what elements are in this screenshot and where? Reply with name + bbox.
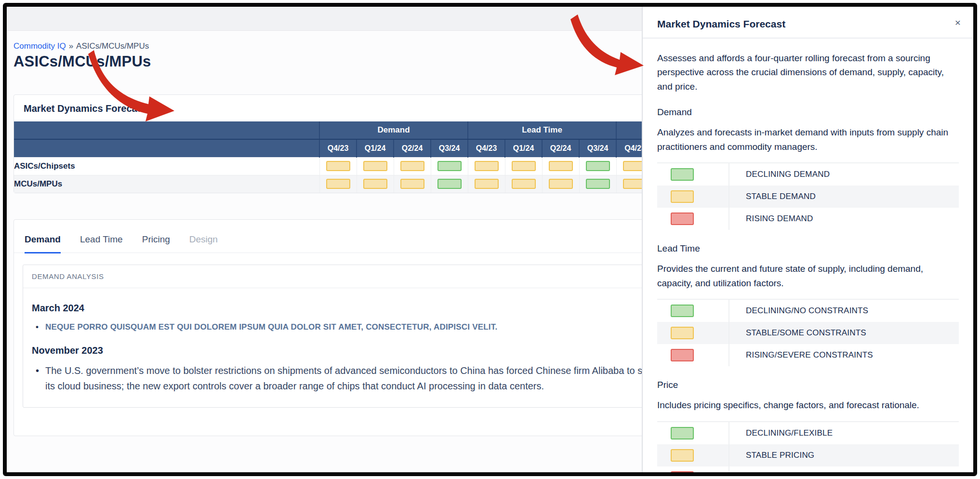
- legend-swatch-green: [671, 305, 694, 317]
- bullet-item: NEQUE PORRO QUISQUAM EST QUI DOLOREM IPS…: [32, 320, 680, 333]
- forecast-cell: [505, 157, 542, 175]
- row-label: ASICs/Chipsets: [14, 157, 319, 175]
- legend-table: DECLINING/NO CONSTRAINTSSTABLE/SOME CONS…: [657, 299, 959, 366]
- bullet-item: The U.S. government’s move to bolster re…: [32, 363, 680, 394]
- forecast-cell: [579, 157, 616, 175]
- demand-analysis-title: DEMAND ANALYSIS: [23, 265, 703, 288]
- status-pill-yellow: [363, 179, 387, 189]
- status-pill-yellow: [400, 161, 424, 171]
- forecast-quarter-header: Q4/23: [468, 139, 505, 157]
- legend-swatch-red: [671, 471, 694, 473]
- legend-swatch-cell: [657, 163, 729, 186]
- legend-label: RISING DEMAND: [729, 214, 813, 224]
- breadcrumb-link-commodity-iq[interactable]: Commodity IQ: [13, 41, 66, 51]
- legend-swatch-yellow: [671, 449, 694, 462]
- forecast-cell: [357, 175, 394, 193]
- table-row: ASICs/Chipsets: [14, 157, 653, 175]
- forecast-cell: [468, 175, 505, 193]
- legend-swatch-red: [671, 213, 694, 225]
- close-icon[interactable]: ×: [955, 17, 961, 27]
- legend-row: RISING/INFLEXIBLE: [657, 466, 959, 473]
- legend-row: STABLE PRICING: [657, 444, 959, 466]
- legend-row: STABLE DEMAND: [657, 186, 959, 208]
- legend-table: DECLINING DEMANDSTABLE DEMANDRISING DEMA…: [657, 162, 959, 230]
- forecast-group-header: Lead Time: [468, 121, 616, 139]
- panel-section-description: Analyzes and forecasts in-market demand …: [657, 125, 959, 154]
- legend-row: RISING/SEVERE CONSTRAINTS: [657, 344, 959, 366]
- status-pill-yellow: [475, 179, 499, 189]
- legend-swatch-cell: [657, 300, 729, 322]
- forecast-quarter-header: Q1/24: [505, 139, 542, 157]
- forecast-table: DemandLead Time Q4/23Q1/24Q2/24Q3/24Q4/2…: [14, 121, 653, 193]
- legend-row: DECLINING DEMAND: [657, 163, 959, 186]
- tab-pricing[interactable]: Pricing: [142, 234, 170, 253]
- app-window: Commodity IQ»ASICs/MCUs/MPUs ASICs/MCUs/…: [3, 3, 977, 476]
- panel-section-heading: Lead Time: [657, 243, 959, 254]
- tab-demand[interactable]: Demand: [25, 234, 61, 253]
- main-content: Commodity IQ»ASICs/MCUs/MPUs ASICs/MCUs/…: [7, 7, 642, 472]
- bullet-list: The U.S. government’s move to bolster re…: [32, 363, 680, 394]
- analysis-card: DemandLead TimePricingDesign DEMAND ANAL…: [13, 219, 719, 436]
- legend-swatch-cell: [657, 422, 729, 444]
- tab-design[interactable]: Design: [189, 234, 218, 253]
- breadcrumb-separator: »: [69, 41, 73, 51]
- legend-label: STABLE DEMAND: [729, 192, 816, 201]
- legend-swatch-green: [671, 168, 694, 181]
- legend-swatch-green: [671, 427, 694, 439]
- entry-date: November 2023: [32, 345, 695, 356]
- breadcrumb-current: ASICs/MCUs/MPUs: [76, 41, 149, 51]
- status-pill-yellow: [549, 179, 573, 189]
- forecast-cell: [431, 175, 468, 193]
- status-pill-green: [437, 161, 462, 171]
- forecast-cell: [542, 175, 579, 193]
- legend-swatch-cell: [657, 208, 729, 230]
- legend-swatch-cell: [657, 344, 729, 366]
- forecast-quarter-header: Q4/23: [319, 139, 357, 157]
- legend-swatch-cell: [657, 466, 729, 473]
- panel-description: Assesses and affords a four-quarter roll…: [657, 51, 959, 93]
- legend-swatch-cell: [657, 322, 729, 344]
- forecast-group-header: Demand: [319, 121, 468, 139]
- legend-row: STABLE/SOME CONSTRAINTS: [657, 322, 959, 344]
- status-pill-yellow: [512, 179, 536, 189]
- tab-lead-time[interactable]: Lead Time: [80, 234, 123, 253]
- forecast-cell: [431, 157, 468, 175]
- forecast-card-title: Market Dynamics Forecast: [24, 103, 146, 114]
- forecast-cell: [579, 175, 616, 193]
- status-pill-yellow: [549, 161, 573, 171]
- forecast-quarter-header: Q3/24: [579, 139, 616, 157]
- bullet-list: NEQUE PORRO QUISQUAM EST QUI DOLOREM IPS…: [32, 320, 680, 333]
- forecast-cell: [319, 175, 357, 193]
- panel-title: Market Dynamics Forecast: [657, 18, 785, 29]
- status-pill-green: [437, 179, 462, 189]
- legend-label: RISING/SEVERE CONSTRAINTS: [729, 350, 873, 360]
- status-pill-yellow: [512, 161, 536, 171]
- panel-section-heading: Demand: [657, 107, 959, 118]
- demand-analysis-box: DEMAND ANALYSIS March 2024NEQUE PORRO QU…: [23, 265, 704, 408]
- panel-section-heading: Price: [657, 380, 959, 390]
- forecast-quarter-header: Q2/24: [542, 139, 579, 157]
- market-dynamics-panel: Market Dynamics Forecast × Assesses and …: [642, 7, 973, 472]
- analysis-tabs: DemandLead TimePricingDesign: [14, 220, 718, 253]
- status-pill-yellow: [326, 179, 350, 189]
- forecast-card: Market Dynamics Forecast ? DemandLead Ti…: [13, 94, 660, 193]
- forecast-quarter-header: Q3/24: [431, 139, 468, 157]
- legend-row: DECLINING/NO CONSTRAINTS: [657, 300, 959, 322]
- demand-analysis-body: March 2024NEQUE PORRO QUISQUAM EST QUI D…: [23, 288, 703, 407]
- forecast-cell: [542, 157, 579, 175]
- status-pill-yellow: [400, 179, 424, 189]
- forecast-quarter-header: Q2/24: [394, 139, 431, 157]
- forecast-cell: [394, 157, 431, 175]
- status-pill-yellow: [326, 161, 350, 171]
- help-icon[interactable]: ?: [152, 103, 163, 114]
- legend-row: DECLINING/FLEXIBLE: [657, 422, 959, 444]
- legend-swatch-red: [671, 349, 694, 361]
- forecast-cell: [468, 157, 505, 175]
- entry-date: March 2024: [32, 303, 695, 314]
- forecast-table-corner: [14, 139, 319, 157]
- panel-section-description: Provides the current and future state of…: [657, 262, 959, 290]
- legend-swatch-yellow: [671, 190, 694, 203]
- legend-swatch-cell: [657, 186, 729, 208]
- page-title: ASICs/MCUs/MPUs: [13, 53, 151, 70]
- status-pill-green: [586, 179, 610, 189]
